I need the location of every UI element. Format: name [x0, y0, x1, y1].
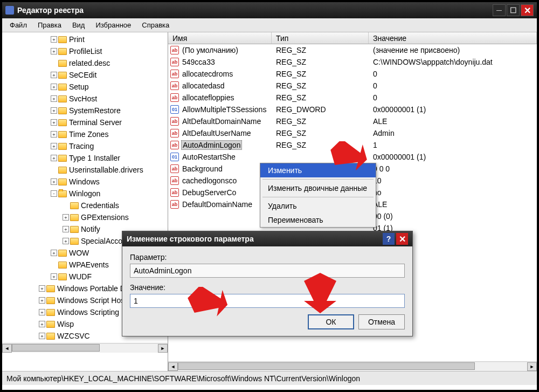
row-value: 00 (0)	[369, 212, 537, 221]
tree-item[interactable]: +Terminal Server	[2, 116, 168, 128]
expander-icon[interactable]: +	[63, 238, 69, 244]
expander-icon[interactable]: +	[51, 107, 57, 114]
row-name: Background	[181, 164, 224, 173]
expander-icon[interactable]: +	[51, 48, 57, 54]
row-name: allocatecdroms	[181, 70, 234, 78]
dialog-close-button[interactable]: ✕	[396, 233, 408, 245]
folder-icon	[58, 262, 67, 269]
expander-icon[interactable]: +	[39, 309, 45, 315]
value-label: Значение:	[130, 283, 405, 292]
row-type: REG_SZ	[272, 129, 369, 137]
row-name: allocatefloppies	[181, 93, 236, 102]
folder-icon	[46, 297, 55, 304]
row-name: DefaultDomainName	[181, 200, 253, 209]
cancel-button[interactable]: Отмена	[358, 314, 405, 329]
expander-icon[interactable]: -	[51, 190, 57, 197]
row-name: AltDefaultUserName	[181, 129, 252, 137]
tree-item[interactable]: +Tracing	[2, 140, 168, 152]
expander-icon[interactable]: +	[51, 155, 57, 161]
tree-item[interactable]: +Print	[2, 33, 168, 45]
tree-item[interactable]: +Setup	[2, 81, 168, 93]
list-row[interactable]: ab549cca33REG_SZC:\WINDOWS\apppatch\doyn…	[168, 56, 537, 68]
ctx-rename[interactable]: Переименовать	[260, 213, 376, 227]
tree-item[interactable]: +SvcHost	[2, 93, 168, 105]
list-row[interactable]: aballocatefloppiesREG_SZ0	[168, 92, 537, 104]
expander-icon[interactable]: +	[51, 273, 57, 280]
expander-icon[interactable]: +	[63, 226, 69, 232]
menu-file[interactable]: Файл	[4, 19, 32, 31]
dialog-help-button[interactable]: ?	[383, 233, 395, 245]
tree-label: related.desc	[69, 59, 110, 67]
menu-edit[interactable]: Правка	[32, 19, 67, 31]
minimize-button[interactable]: ─	[493, 4, 506, 16]
row-value: 1	[369, 141, 537, 149]
list-row[interactable]: abAutoAdminLogonREG_SZ1	[168, 139, 537, 151]
list-row[interactable]: abAltDefaultDomainNameREG_SZALE	[168, 115, 537, 127]
tree-label: Userinstallable.drivers	[69, 166, 143, 174]
expander-icon[interactable]: +	[39, 285, 45, 292]
maximize-button[interactable]: ☐	[507, 4, 520, 16]
expander-icon[interactable]: +	[39, 297, 45, 304]
expander-icon[interactable]: +	[51, 36, 57, 43]
status-path: Мой компьютер\HKEY_LOCAL_MACHINE\SOFTWAR…	[6, 374, 360, 383]
dialog-title: Изменение строкового параметра	[127, 235, 383, 243]
expander-icon[interactable]: +	[39, 321, 45, 327]
list-hscrollbar[interactable]: ◄ ►	[168, 361, 537, 371]
tree-label: SystemRestore	[69, 106, 121, 115]
column-value[interactable]: Значение	[369, 32, 537, 44]
tree-item[interactable]: +Type 1 Installer	[2, 152, 168, 164]
close-button[interactable]: ✕	[521, 4, 534, 16]
folder-icon	[70, 226, 79, 233]
tree-item[interactable]: +GPExtensions	[2, 211, 168, 223]
tree-item[interactable]: related.desc	[2, 57, 168, 69]
expander-icon[interactable]: +	[51, 84, 57, 90]
expander-icon[interactable]: +	[51, 250, 57, 256]
column-type[interactable]: Тип	[272, 32, 369, 44]
tree-item[interactable]: +ProfileList	[2, 45, 168, 57]
tree-item[interactable]: +Time Zones	[2, 128, 168, 140]
ctx-modify[interactable]: Изменить	[260, 163, 376, 177]
folder-icon	[70, 214, 79, 221]
expander-icon[interactable]: +	[51, 119, 57, 126]
expander-icon[interactable]: +	[51, 143, 57, 149]
tree-label: WZCSVC	[57, 332, 90, 340]
expander-icon[interactable]: +	[39, 333, 45, 339]
row-name: cachedlogonsco	[181, 176, 238, 185]
tree-label: WPAEvents	[69, 260, 109, 269]
list-row[interactable]: aballocatecdromsREG_SZ0	[168, 68, 537, 80]
expander-icon[interactable]: +	[51, 72, 57, 78]
expander-icon[interactable]: +	[51, 95, 57, 102]
tree-item[interactable]: +SystemRestore	[2, 105, 168, 116]
menu-favorites[interactable]: Избранное	[90, 19, 136, 31]
tree-label: Setup	[69, 82, 89, 91]
ctx-modify-binary[interactable]: Изменить двоичные данные	[260, 181, 376, 195]
tree-item[interactable]: -Winlogon	[2, 188, 168, 200]
dword-icon: 01	[170, 153, 179, 161]
tree-item[interactable]: +SeCEdit	[2, 69, 168, 81]
row-value: 0x00000001 (1)	[369, 153, 537, 161]
column-name[interactable]: Имя	[168, 32, 272, 44]
row-type: REG_DWORD	[272, 105, 369, 114]
folder-icon	[58, 131, 67, 138]
row-value: no	[369, 188, 537, 197]
row-type: REG_SZ	[272, 46, 369, 54]
tree-item[interactable]: +Windows	[2, 176, 168, 188]
list-row[interactable]: aballocatedasdREG_SZ0	[168, 80, 537, 92]
list-row[interactable]: 01AllowMultipleTSSessionsREG_DWORD0x0000…	[168, 104, 537, 115]
value-input[interactable]	[130, 294, 405, 308]
list-row[interactable]: ab(По умолчанию)REG_SZ(значение не присв…	[168, 44, 537, 56]
list-row[interactable]: 01AutoRestartShe0x00000001 (1)	[168, 151, 537, 163]
tree-item[interactable]: Credentials	[2, 200, 168, 211]
expander-icon[interactable]: +	[51, 131, 57, 137]
tree-hscrollbar[interactable]: ◄ ►	[2, 343, 168, 353]
string-icon: ab	[170, 58, 179, 66]
tree-item[interactable]: Userinstallable.drivers	[2, 164, 168, 176]
expander-icon[interactable]: +	[63, 214, 69, 221]
menu-view[interactable]: Вид	[67, 19, 91, 31]
list-row[interactable]: abAltDefaultUserNameREG_SZAdmin	[168, 127, 537, 139]
ctx-delete[interactable]: Удалить	[260, 199, 376, 213]
menu-help[interactable]: Справка	[136, 19, 175, 31]
row-type: REG_SZ	[272, 93, 369, 102]
ok-button[interactable]: ОК	[308, 314, 354, 329]
expander-icon[interactable]: +	[51, 178, 57, 185]
